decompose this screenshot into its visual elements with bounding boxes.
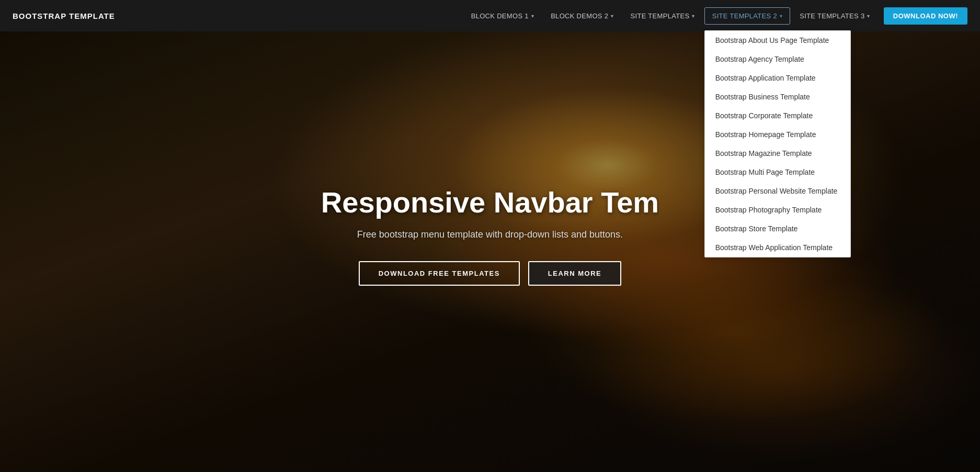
- nav-link-block-demos-1[interactable]: BLOCK DEMOS 1 ▾: [464, 8, 541, 24]
- dropdown-item-agency[interactable]: Bootstrap Agency Template: [705, 50, 850, 69]
- nav-link-site-templates[interactable]: SITE TEMPLATES ▾: [623, 8, 702, 24]
- hero-buttons: DOWNLOAD FREE TEMPLATES LEARN MORE: [321, 261, 659, 286]
- dropdown-item-business[interactable]: Bootstrap Business Template: [705, 87, 850, 106]
- dropdown-item-corporate[interactable]: Bootstrap Corporate Template: [705, 106, 850, 125]
- hero-subtitle: Free bootstrap menu template with drop-d…: [321, 229, 659, 240]
- dropdown-item-homepage[interactable]: Bootstrap Homepage Template: [705, 125, 850, 144]
- nav-item-block-demos-1: BLOCK DEMOS 1 ▾: [464, 8, 541, 24]
- site-templates-2-dropdown: Bootstrap About Us Page Template Bootstr…: [704, 30, 851, 257]
- chevron-down-icon: ▾: [780, 13, 782, 19]
- dropdown-item-store[interactable]: Bootstrap Store Template: [705, 219, 850, 238]
- navbar: BOOTSTRAP TEMPLATE BLOCK DEMOS 1 ▾ BLOCK…: [0, 0, 980, 31]
- chevron-down-icon: ▾: [692, 13, 694, 19]
- hero-title: Responsive Navbar Tem: [321, 186, 659, 219]
- dropdown-item-application[interactable]: Bootstrap Application Template: [705, 69, 850, 87]
- nav-link-site-templates-3[interactable]: SITE TEMPLATES 3 ▾: [792, 8, 878, 24]
- nav-item-site-templates: SITE TEMPLATES ▾: [623, 8, 702, 24]
- dropdown-item-photography[interactable]: Bootstrap Photography Template: [705, 200, 850, 219]
- chevron-down-icon: ▾: [867, 13, 870, 19]
- nav-link-block-demos-2[interactable]: BLOCK DEMOS 2 ▾: [543, 8, 621, 24]
- nav-links: BLOCK DEMOS 1 ▾ BLOCK DEMOS 2 ▾ SITE TEM…: [464, 7, 967, 25]
- chevron-down-icon: ▾: [611, 13, 613, 19]
- hero-content: Responsive Navbar Tem Free bootstrap men…: [311, 186, 669, 286]
- dropdown-item-about-us[interactable]: Bootstrap About Us Page Template: [705, 31, 850, 50]
- nav-item-block-demos-2: BLOCK DEMOS 2 ▾: [543, 8, 621, 24]
- download-free-templates-button[interactable]: DOWNLOAD FREE TEMPLATES: [359, 261, 520, 286]
- dropdown-item-multi-page[interactable]: Bootstrap Multi Page Template: [705, 163, 850, 182]
- nav-link-site-templates-2[interactable]: SITE TEMPLATES 2 ▾: [704, 7, 791, 25]
- dropdown-item-magazine[interactable]: Bootstrap Magazine Template: [705, 144, 850, 163]
- dropdown-item-personal-website[interactable]: Bootstrap Personal Website Template: [705, 182, 850, 200]
- nav-item-site-templates-3: SITE TEMPLATES 3 ▾: [792, 8, 878, 24]
- nav-item-site-templates-2: SITE TEMPLATES 2 ▾ Bootstrap About Us Pa…: [704, 7, 791, 25]
- learn-more-button[interactable]: LEARN MORE: [528, 261, 621, 286]
- navbar-brand: BOOTSTRAP TEMPLATE: [13, 12, 115, 20]
- download-now-button[interactable]: DOWNLOAD NOW!: [884, 7, 967, 25]
- dropdown-item-web-application[interactable]: Bootstrap Web Application Template: [705, 238, 850, 257]
- chevron-down-icon: ▾: [531, 13, 534, 19]
